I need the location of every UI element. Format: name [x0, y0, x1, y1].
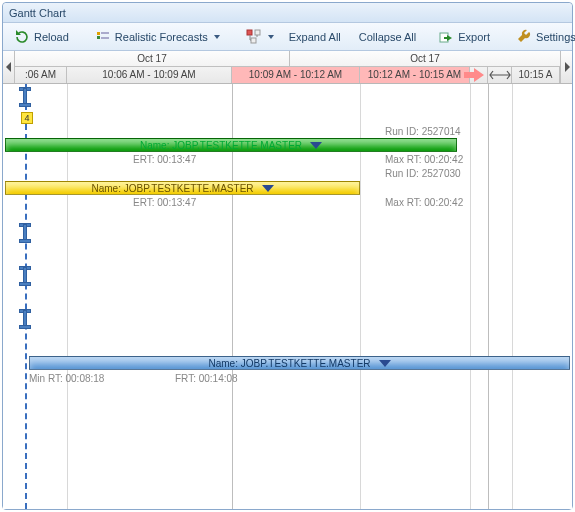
gantt-bar-blue[interactable]: Name: JOBP.TESTKETTE.MASTER: [29, 356, 570, 370]
wrench-icon: [516, 29, 532, 45]
toolbar: Reload Realistic Forecasts Expand All Co…: [3, 23, 572, 51]
run-id-label: Run ID: 2527014: [385, 126, 461, 137]
export-label: Export: [458, 31, 490, 43]
svg-rect-2: [101, 32, 109, 34]
dropdown-icon[interactable]: [310, 142, 322, 149]
time-slot[interactable]: 10:15 A: [512, 67, 560, 83]
bar-label: Name: JOBP.TESTKETTE.MASTER: [91, 182, 253, 195]
gantt-window: Gantt Chart Reload Realistic Forecasts E…: [2, 2, 573, 510]
day-header: Oct 17: [15, 51, 290, 66]
frt-label: FRT: 00:14:08: [175, 373, 238, 384]
bar-label: Name: JOBP.TESTKETTE.MASTER: [208, 357, 370, 370]
expand-all-label: Expand All: [289, 31, 341, 43]
time-slot[interactable]: 10:12 AM - 10:15 AM: [360, 67, 470, 83]
pan-arrow[interactable]: [470, 67, 488, 83]
minrt-label: Min RT: 00:08:18: [29, 373, 104, 384]
scroll-right-button[interactable]: [560, 51, 572, 83]
window-title: Gantt Chart: [9, 7, 66, 19]
reload-button[interactable]: Reload: [7, 26, 76, 48]
bar-label: Name: JOBP.TESTKETTE.MASTER: [140, 139, 302, 152]
forecasts-icon: [95, 29, 111, 45]
count-badge[interactable]: 4: [21, 112, 33, 124]
dropdown-icon[interactable]: [262, 185, 274, 192]
maxrt-label: Max RT: 00:20:42: [385, 197, 463, 208]
svg-rect-8: [444, 37, 448, 39]
svg-rect-4: [247, 30, 252, 35]
ert-label: ERT: 00:13:47: [133, 197, 196, 208]
expand-all-button[interactable]: Expand All: [282, 26, 348, 48]
settings-label: Settings: [536, 31, 575, 43]
collapse-all-label: Collapse All: [359, 31, 416, 43]
svg-rect-0: [97, 32, 100, 35]
gantt-chart-area[interactable]: 4 Run ID: 2527014 Name: JOBP.TESTKETTE.M…: [3, 84, 572, 509]
reload-icon: [14, 29, 30, 45]
collapse-all-button[interactable]: Collapse All: [352, 26, 423, 48]
titlebar: Gantt Chart: [3, 3, 572, 23]
export-button[interactable]: Export: [431, 26, 497, 48]
reload-label: Reload: [34, 31, 69, 43]
run-id-label: Run ID: 2527030: [385, 168, 461, 179]
forecasts-label: Realistic Forecasts: [115, 31, 208, 43]
ert-label: ERT: 00:13:47: [133, 154, 196, 165]
chevron-down-icon: [214, 35, 220, 39]
export-icon: [438, 29, 454, 45]
tree-actions-button[interactable]: [239, 26, 278, 48]
day-header: Oct 17: [290, 51, 560, 66]
scroll-left-button[interactable]: [3, 51, 15, 83]
settings-button[interactable]: Settings: [509, 26, 575, 48]
tree-icon: [246, 29, 262, 45]
svg-rect-1: [97, 36, 100, 39]
time-slot[interactable]: :06 AM: [15, 67, 67, 83]
maxrt-label: Max RT: 00:20:42: [385, 154, 463, 165]
forecasts-button[interactable]: Realistic Forecasts: [88, 26, 227, 48]
gantt-bar-yellow[interactable]: Name: JOBP.TESTKETTE.MASTER: [5, 181, 360, 195]
svg-rect-5: [255, 30, 260, 35]
time-slot[interactable]: 10:09 AM - 10:12 AM: [232, 67, 360, 83]
gantt-bar-green[interactable]: Name: JOBP.TESTKETTE.MASTER: [5, 138, 457, 152]
column-resize-handle[interactable]: [488, 67, 512, 83]
dropdown-icon[interactable]: [379, 360, 391, 367]
timeline-header: Oct 17 Oct 17 :06 AM 10:06 AM - 10:09 AM…: [3, 51, 572, 84]
svg-rect-3: [101, 37, 109, 39]
time-slot[interactable]: 10:06 AM - 10:09 AM: [67, 67, 232, 83]
chevron-down-icon: [268, 35, 274, 39]
svg-rect-6: [251, 38, 256, 43]
